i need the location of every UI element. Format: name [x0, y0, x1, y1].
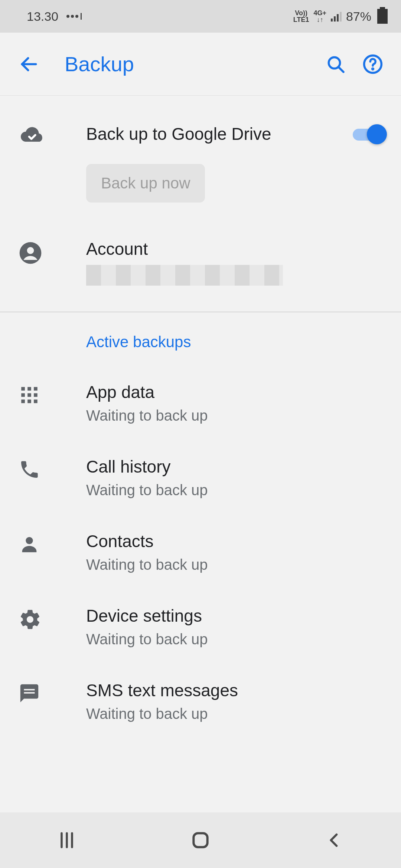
backup-toggle-row[interactable]: Back up to Google Drive: [0, 96, 401, 155]
recents-icon: [56, 830, 77, 851]
home-button[interactable]: [163, 830, 238, 851]
backup-item-sms[interactable]: SMS text messages Waiting to back up: [0, 664, 401, 744]
svg-rect-8: [27, 387, 31, 391]
backup-item-sub: Waiting to back up: [86, 631, 388, 648]
battery-icon: [377, 9, 388, 24]
svg-rect-14: [27, 400, 31, 403]
account-value-redacted: [86, 265, 283, 286]
backup-toggle-switch[interactable]: [353, 125, 385, 143]
svg-point-4: [372, 68, 374, 69]
person-icon: [19, 533, 40, 555]
volte-icon: Vo)) LTE1: [293, 10, 309, 23]
battery-percent: 87%: [346, 9, 371, 24]
backup-now-button[interactable]: Back up now: [86, 164, 205, 203]
svg-rect-10: [21, 393, 25, 397]
status-bar: 13.30 Vo)) LTE1 4G+ ↓↑ 87%: [0, 0, 401, 33]
system-nav-bar: [0, 812, 401, 868]
active-backups-header: Active backups: [0, 312, 401, 366]
svg-rect-15: [34, 400, 38, 403]
chevron-left-icon: [325, 831, 344, 850]
backup-toggle-label: Back up to Google Drive: [86, 124, 353, 144]
backup-item-title: SMS text messages: [86, 680, 388, 700]
status-time: 13.30: [27, 9, 58, 24]
backup-item-title: Contacts: [86, 531, 388, 551]
svg-rect-9: [34, 387, 38, 391]
backup-item-title: Call history: [86, 457, 388, 477]
svg-point-16: [26, 537, 33, 544]
backup-item-sub: Waiting to back up: [86, 706, 388, 722]
svg-rect-12: [34, 393, 38, 397]
status-right: Vo)) LTE1 4G+ ↓↑ 87%: [293, 9, 388, 24]
recents-button[interactable]: [30, 830, 104, 851]
backup-item-title: Device settings: [86, 606, 388, 626]
svg-rect-7: [21, 387, 25, 391]
svg-rect-13: [21, 400, 25, 403]
backup-item-title: App data: [86, 382, 388, 402]
svg-rect-11: [27, 393, 31, 397]
message-icon: [19, 683, 40, 704]
account-row[interactable]: Account: [0, 217, 401, 312]
data-icon: 4G+ ↓↑: [313, 10, 326, 23]
arrow-left-icon: [19, 54, 39, 75]
backup-item-sub: Waiting to back up: [86, 482, 388, 499]
svg-point-6: [27, 247, 34, 254]
help-button[interactable]: [362, 54, 383, 75]
backup-item-contacts[interactable]: Contacts Waiting to back up: [0, 515, 401, 589]
backup-item-call-history[interactable]: Call history Waiting to back up: [0, 440, 401, 515]
home-icon: [190, 830, 211, 851]
app-bar: Backup: [0, 33, 401, 96]
gear-icon: [19, 608, 42, 631]
notification-dots-icon: [66, 13, 82, 20]
phone-icon: [19, 459, 40, 480]
signal-icon: [331, 11, 342, 22]
backup-item-app-data[interactable]: App data Waiting to back up: [0, 366, 401, 440]
nav-back-button[interactable]: [297, 831, 371, 850]
back-button[interactable]: [13, 54, 45, 75]
search-icon: [325, 54, 346, 75]
backup-item-sub: Waiting to back up: [86, 556, 388, 573]
search-button[interactable]: [325, 54, 346, 75]
status-left: 13.30: [27, 9, 82, 24]
svg-rect-22: [193, 833, 207, 847]
account-circle-icon: [19, 241, 42, 265]
svg-line-2: [338, 67, 343, 72]
account-label: Account: [86, 239, 388, 259]
backup-item-device-settings[interactable]: Device settings Waiting to back up: [0, 589, 401, 664]
backup-item-sub: Waiting to back up: [86, 407, 388, 424]
apps-grid-icon: [19, 384, 40, 406]
content: Back up to Google Drive Back up now Acco…: [0, 96, 401, 744]
page-title: Backup: [65, 52, 325, 76]
help-icon: [362, 54, 383, 75]
cloud-check-icon: [19, 122, 45, 148]
